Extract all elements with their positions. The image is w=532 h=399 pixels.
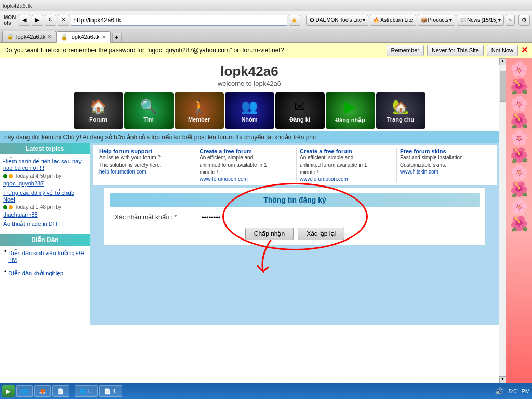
forum-icon: 🏠 (90, 99, 107, 115)
more-btn[interactable]: » (506, 15, 515, 26)
ad-link-1[interactable]: www.forumotion.com (200, 176, 293, 182)
quick-launch-2[interactable]: 🦊 (34, 385, 51, 397)
quick-launch-1[interactable]: 🌐 (16, 385, 33, 397)
never-btn[interactable]: Never for This Site (427, 45, 484, 56)
topic-author-1[interactable]: ngoc_quynh287 (3, 180, 87, 187)
quick-launch-3[interactable]: 📄 (52, 385, 69, 397)
daemon-tools-btn[interactable]: ⚙ DAEMON Tools Lite ▾ (306, 15, 369, 26)
ql-icon-1: 🌐 (21, 388, 28, 395)
marquee-bar: này đang đói kém.hii Chú ý! Ai đang sở h… (0, 131, 499, 143)
reg-form-row: Xác nhận mật khẩu : * (110, 211, 480, 223)
nav-tim[interactable]: 🔍 Tìm (124, 92, 174, 129)
forum-item-1: • Diễn đàn sinh viên trường ĐH TM (4, 248, 86, 265)
remember-btn[interactable]: Remember (387, 45, 424, 56)
topic-meta-1: Today at 4:50 pm by (3, 173, 87, 179)
ad-title-3[interactable]: Free forum skins (400, 148, 494, 154)
taskbar-item-1[interactable]: 🌐 i.. (75, 385, 98, 397)
tab-1-icon: 🔒 (7, 33, 14, 40)
settings-btn[interactable]: ⚙ (518, 15, 530, 26)
forum-link-2[interactable]: Diễn đàn khởi nghiệp (8, 270, 63, 277)
astroburn-btn[interactable]: 🔥 Astroburn Lite (370, 15, 416, 26)
speaker-icon[interactable]: 🔊 (495, 387, 503, 395)
browser-content: lopk42a6 welcome to lopk42a6 🏠 Forum 🔍 T… (0, 58, 532, 383)
tab-1-label: lopk42a6.tk (16, 34, 45, 40)
news-icon: 📰 (460, 17, 466, 23)
forum-items: • Diễn đàn sinh viên trường ĐH TM • Diễn… (0, 246, 90, 281)
start-button[interactable]: ▶ (2, 385, 15, 397)
taskbar-label-1: i.. (88, 388, 93, 394)
astroburn-label: Astroburn Lite (380, 17, 413, 23)
scroll-down-btn[interactable]: ▼ (499, 376, 507, 383)
news-label: News [15/15] (467, 17, 497, 23)
member-label: Member (188, 116, 210, 123)
content-wrapper: Latest topics Điểm danh đề tiên lạc sau … (0, 143, 499, 325)
scroll-up-btn[interactable]: ▲ (499, 58, 507, 65)
ad-block-1: Create a free forum An efficient, simple… (196, 148, 293, 182)
taskbar-label-2: 4. (113, 388, 117, 394)
registration-box: Thông tin đăng ký Xác nhận mật khẩu : * … (103, 187, 486, 246)
topic-link-1[interactable]: Điểm danh đề tiên lạc sau này nào bà con… (3, 158, 87, 171)
tab-1[interactable]: 🔒 lopk42a6.tk ✕ (2, 31, 56, 42)
nhom-icon: 👥 (241, 99, 258, 115)
reload-button[interactable]: ↻ (45, 15, 56, 26)
scrollbar-track[interactable] (499, 65, 507, 376)
floral-sidebar: 🌸🌺🌸🌺🌸🌺🌸🌺🌸🌺 (506, 58, 532, 383)
floral-decoration: 🌸🌺🌸🌺🌸🌺🌸🌺🌸🌺 (506, 58, 532, 235)
ql-icon-3: 📄 (57, 388, 64, 395)
topic-link-3[interactable]: Ảo thuật made in ĐH (3, 221, 87, 228)
reg-buttons: Chấp nhận Xác lập lại (110, 228, 480, 240)
ad-link-3[interactable]: www.hitskin.com (400, 169, 494, 175)
nav-icons: 🏠 Forum 🔍 Tìm 🚶 Member 👥 Nhóm ✉ Đăng kí … (0, 90, 499, 131)
taskbar-icon-1: 🌐 (79, 388, 87, 395)
topic-author-2[interactable]: thachtuanh88 (3, 211, 87, 218)
topic-link-2[interactable]: Trưng cầu dân ý về tổ chức Noel (3, 190, 87, 203)
reg-password-input[interactable] (198, 211, 291, 223)
tab-2-label: lopk42a6.tk (70, 34, 99, 40)
pw-bar-close[interactable]: ✕ (521, 45, 528, 55)
forward-button[interactable]: ▶ (32, 15, 43, 26)
dangnhap-label: Đăng nhập (335, 117, 365, 124)
products-btn[interactable]: 📦 Products ▾ (418, 15, 455, 26)
site-header: lopk42a6 welcome to lopk42a6 (0, 58, 499, 90)
ad-link-0[interactable]: help.forumotion.com (99, 169, 193, 175)
scrollbar: ▲ ▼ (499, 58, 506, 383)
taskbar: ▶ 🌐 🦊 📄 🌐 i.. 📄 4. 🔊 5:01 PM (0, 383, 532, 399)
tim-icon: 🔍 (140, 99, 157, 115)
ads-row: Help forum support An issue with your fo… (93, 145, 497, 185)
nav-dangnhap[interactable]: ▶ Đăng nhập (326, 92, 375, 129)
stop-button[interactable]: ✕ (58, 15, 69, 26)
new-tab-btn[interactable]: + (112, 33, 122, 42)
nav-nhom[interactable]: 👥 Nhóm (225, 92, 274, 129)
tab-1-close[interactable]: ✕ (47, 34, 51, 39)
address-bar[interactable] (71, 15, 287, 26)
sidebar-topics: Điểm danh đề tiên lạc sau này nào bà con… (0, 154, 90, 231)
submit-btn[interactable]: Chấp nhận (245, 228, 294, 240)
ad-text-3: Fast and simple installation.Customizabl… (400, 154, 494, 169)
star-button[interactable]: ★ (289, 15, 300, 26)
nav-dangki[interactable]: ✉ Đăng kí (275, 92, 325, 129)
ad-link-2[interactable]: www.forumotion.com (300, 176, 393, 182)
main-content: Help forum support An issue with your fo… (91, 143, 499, 325)
tab-2[interactable]: 🔒 lopk42a6.tk ✕ (56, 31, 110, 43)
back-button[interactable]: ◀ (19, 15, 30, 26)
taskbar-icon-2: 📄 (104, 388, 111, 395)
nhom-label: Nhóm (241, 116, 257, 123)
news-btn[interactable]: 📰 News [15/15] ▾ (457, 15, 504, 26)
nav-forum[interactable]: 🏠 Forum (74, 92, 123, 129)
online-dot-1 (3, 174, 7, 178)
news-arrow: ▾ (498, 17, 501, 23)
daemon-label: DAEMON Tools Lite (316, 17, 362, 23)
reset-btn[interactable]: Xác lập lại (298, 228, 344, 240)
nav-trangchu[interactable]: 🏡 Trang chu (376, 92, 425, 129)
scrollbar-thumb[interactable] (500, 71, 506, 102)
nav-member[interactable]: 🚶 Member (175, 92, 224, 129)
not-now-btn[interactable]: Not Now (487, 45, 518, 56)
ad-title-0[interactable]: Help forum support (99, 148, 193, 154)
ad-title-2[interactable]: Create a free forum (300, 148, 393, 154)
products-label: Products (428, 17, 448, 23)
forum-link-1[interactable]: Diễn đàn sinh viên trường ĐH TM (8, 250, 86, 263)
ad-title-1[interactable]: Create a free forum (200, 148, 293, 154)
taskbar-item-2[interactable]: 📄 4. (99, 385, 122, 397)
online-dot-3 (3, 205, 7, 209)
tab-2-close[interactable]: ✕ (102, 34, 106, 40)
